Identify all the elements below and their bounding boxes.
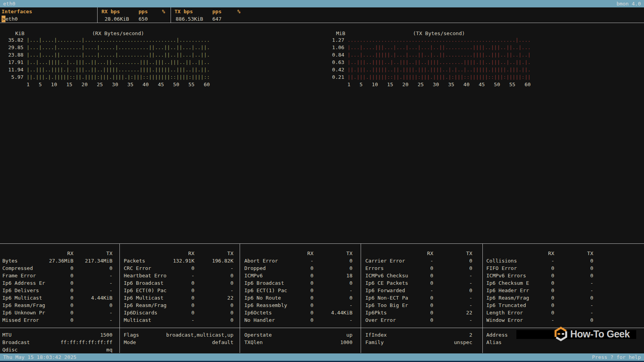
stats-header-row: RXTX [486, 250, 593, 257]
howtogeek-watermark: How-To Geek [554, 327, 630, 341]
stats-rx-value: 0 [551, 272, 554, 279]
stats-rx-value: - [430, 287, 433, 294]
detail-row: TXQlen1000 [244, 339, 352, 346]
status-help-hint: Press ? for help [592, 354, 641, 360]
stats-row: Compressed00 [2, 264, 112, 272]
detail-label: Family [365, 339, 384, 345]
stats-tx-value: - [590, 279, 593, 287]
stats-row: Ip6 Address Er0- [2, 279, 112, 287]
graph-bars: |...|....|........|....|.....|..........… [27, 44, 210, 50]
stats-row: Heartbeat Erro-0 [124, 272, 233, 279]
stats-rx-header: RX [67, 250, 73, 257]
stats-label: Ip6 Unknown Pr [2, 310, 45, 316]
stats-row: Ip6 Broadcast00 [124, 279, 233, 287]
stats-rx-value: 0 [191, 279, 194, 287]
stats-row: Ip6 Reasm/Frag00 [486, 294, 593, 302]
detail-row: Modedefault [124, 339, 233, 346]
stats-label: Compressed [2, 265, 33, 271]
stats-tx-value: 22 [227, 294, 233, 302]
title-bar: eth0 bmon 4.0 [0, 0, 644, 7]
stats-row: Ip6 Non-ECT Pa0- [365, 294, 472, 302]
stats-rx-value: 0 [70, 287, 73, 294]
stats-tx-value: 0 [590, 316, 593, 324]
stats-label: Ip6 Reasm/Frag [486, 295, 529, 301]
stats-row: Ip6 ECT(1) Pac0- [244, 287, 352, 294]
stats-group-2: RXTXPackets132.91K196.82KCRC Error0-Hear… [124, 250, 233, 324]
detail-label: Operstate [244, 332, 272, 338]
section-divider [0, 23, 644, 23]
stats-label: Ip6 Too Big Er [365, 302, 408, 308]
stats-label: ICMPv6 [244, 273, 263, 279]
stats-tx-value: - [349, 302, 352, 309]
stats-row: Ip6 Reasm/Frag00 [2, 302, 112, 309]
stats-rx-value: 0 [70, 302, 73, 309]
stats-tx-value: - [109, 316, 112, 324]
stats-tx-value: 18 [346, 272, 352, 279]
stats-tx-value: - [109, 309, 112, 316]
detail-row: Flagsbroadcast,multicast,up [124, 331, 233, 339]
stats-rx-value: - [430, 257, 433, 264]
stats-rx-value: 0 [70, 264, 73, 272]
graph-bars: |...|....|||...|...|...|...|..||........… [347, 44, 531, 50]
stats-rx-value: 0 [70, 294, 73, 302]
detail-row: IfIndex2 [365, 331, 472, 339]
stats-rx-value: 0 [551, 279, 554, 287]
graph-y-tick: 11.94 [8, 66, 23, 73]
stats-rx-value: 0 [70, 279, 73, 287]
details-group-1: MTU1500Broadcastff:ff:ff:ff:ff:ffQdiscmq [2, 331, 112, 353]
stats-label: Ip6Octets [244, 310, 272, 316]
detail-value: default [212, 339, 233, 346]
stats-top-border [0, 243, 644, 244]
stats-label: Ip6Pkts [365, 310, 387, 316]
detail-row: Operstateup [244, 331, 352, 339]
graph-bars: ........................................… [347, 37, 531, 43]
graph-row: 35.82|...|....|........|................… [8, 36, 210, 44]
rx-graph-title: (RX Bytes/second) [92, 30, 144, 37]
stats-tx-value: 0 [349, 279, 352, 287]
stats-label: Ip6 Checksum E [486, 280, 529, 286]
stats-tx-value: - [109, 272, 112, 279]
stats-tx-header: TX [346, 250, 352, 257]
stats-header-row: RXTX [365, 250, 472, 257]
stats-label: Packets [124, 258, 145, 264]
stats-rx-header: RX [307, 250, 313, 257]
graph-y-tick: 0.84 [329, 51, 344, 59]
graph-bars: |..|...||||..|..|||..||...||.........|||… [27, 59, 210, 65]
graph-y-tick: 17.91 [8, 59, 23, 66]
stats-row: Errors00 [365, 264, 472, 272]
rx-bps-header: RX bps [101, 8, 120, 15]
stats-row: Bytes27.36MiB217.34MiB [2, 257, 112, 264]
stats-label: Abort Error [244, 258, 278, 264]
stats-row: Length Error0- [486, 309, 593, 316]
stats-rx-header: RX [427, 250, 433, 257]
stats-tx-value: - [469, 316, 472, 324]
details-group-3: OperstateupTXQlen1000 [244, 331, 352, 346]
stats-label: Over Error [365, 317, 396, 323]
stats-row: Missed Error0- [2, 316, 112, 324]
details-group-2: Flagsbroadcast,multicast,upModedefault [124, 331, 233, 346]
stats-tx-value: - [109, 279, 112, 287]
tx-bps-header: TX bps [174, 8, 193, 15]
stats-tx-value: 0 [590, 257, 593, 264]
stats-tx-value: 217.34MiB [85, 257, 112, 264]
stats-rx-value: 132.91K [173, 257, 194, 264]
stats-row: Ip6 Unknown Pr0- [2, 309, 112, 316]
stats-tx-value: - [469, 272, 472, 279]
stats-row: Ip6Discards00 [124, 309, 233, 316]
stats-tx-value: - [469, 302, 472, 309]
stats-row: Ip6Octets04.44KiB [244, 309, 352, 316]
stats-tx-value: 0 [349, 264, 352, 272]
stats-label: Collisions [486, 258, 517, 264]
graph-x-axis: 1 5 10 15 20 25 30 35 40 45 50 55 60 [329, 81, 531, 88]
stats-tx-value: - [230, 287, 233, 294]
stats-tx-value: - [590, 287, 593, 294]
stats-tx-value: 0 [469, 264, 472, 272]
stats-rx-value: 0 [191, 294, 194, 302]
stats-row: Packets132.91K196.82K [124, 257, 233, 264]
stats-label: ICMPv6 Errors [486, 273, 526, 279]
graph-y-tick: 5.97 [8, 73, 23, 81]
stats-rx-value: - [310, 257, 313, 264]
stats-rx-value: 0 [70, 316, 73, 324]
stats-tx-value: 0 [230, 316, 233, 324]
detail-label: Flags [124, 332, 139, 338]
